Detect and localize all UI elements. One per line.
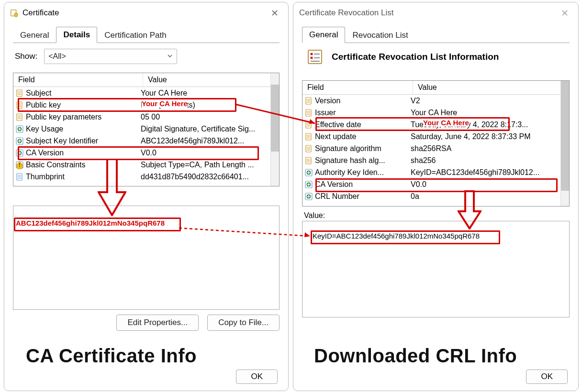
certificate-dialog: Certificate General Details Certificatio… <box>4 2 289 391</box>
tab-general-left[interactable]: General <box>13 27 56 43</box>
row-field: Signature algorithm <box>315 144 411 153</box>
row-icon <box>302 156 315 165</box>
tab-general-right[interactable]: General <box>302 27 345 43</box>
caption-left: CA Certificate Info <box>26 345 197 367</box>
list-row[interactable]: Effective dateTuesday, January 4, 2022 8… <box>302 119 569 131</box>
detail-value-box-right: KeyID=ABC123def456ghi789Jkl012mNo345pqR6… <box>302 221 570 317</box>
tabs-left: General Details Certification Path <box>13 26 280 43</box>
list-row[interactable]: Signature hash alg...sha256 <box>302 154 569 166</box>
list-row[interactable]: Subject Key IdentifierABC123def456ghi789… <box>13 135 279 147</box>
list-row[interactable]: Basic ConstraintsSubject Type=CA, Path L… <box>13 159 279 171</box>
row-value: Subject Type=CA, Path Length ... <box>141 161 254 169</box>
certificate-icon <box>10 9 19 17</box>
list-row[interactable]: Authority Key Iden...KeyID=ABC123def456g… <box>302 166 569 178</box>
value-label: Value: <box>304 211 570 220</box>
show-label: Show: <box>15 52 37 61</box>
row-value: Tuesday, January 4, 2022 8:17:3... <box>411 120 528 129</box>
edit-properties-button[interactable]: Edit Properties... <box>116 315 199 331</box>
crl-dialog: Certificate Revocation List General Revo… <box>293 2 579 391</box>
row-value: KeyID=ABC123def456ghi789Jkl012... <box>411 168 539 177</box>
window-title-text-right: Certificate Revocation List <box>299 8 393 18</box>
tab-revlist-right[interactable]: Revocation List <box>345 27 415 43</box>
svg-point-1 <box>14 13 18 16</box>
detail-value-box-left: ABC123def456ghi789Jkl012mNo345pqR678 <box>13 206 280 310</box>
scrollbar-right[interactable] <box>560 81 569 206</box>
svg-rect-21 <box>19 163 20 165</box>
row-field: Subject Key Identifier <box>26 137 141 145</box>
caption-right: Downloaded CRL Info <box>314 345 517 367</box>
list-row[interactable]: Thumbprintdd431d87b5490d2832c66401... <box>13 171 279 183</box>
row-icon <box>302 97 315 105</box>
row-field: Signature hash alg... <box>315 156 411 165</box>
row-value: Your CA Here <box>411 109 457 117</box>
list-row[interactable]: Public keyRSA (2048 Bits) <box>13 99 279 111</box>
row-icon <box>302 132 315 141</box>
tab-certpath-left[interactable]: Certification Path <box>97 27 173 43</box>
copy-to-file-button[interactable]: Copy to File... <box>207 315 280 331</box>
col-field-right[interactable]: Field <box>302 81 413 94</box>
row-value: Saturday, June 4, 2022 8:37:33 PM <box>411 132 531 141</box>
close-button-right[interactable] <box>556 6 573 20</box>
row-value: 0a <box>411 192 419 201</box>
row-icon <box>13 149 26 157</box>
list-row[interactable]: SubjectYour CA Here <box>13 87 279 99</box>
row-icon <box>302 192 315 201</box>
col-value-right[interactable]: Value <box>413 81 569 94</box>
crl-field-list[interactable]: Field Value VersionV2IssuerYour CA HereE… <box>302 80 570 207</box>
row-value: RSA (2048 Bits) <box>141 101 195 109</box>
ok-button-right[interactable]: OK <box>526 370 568 384</box>
scrollbar-left[interactable] <box>270 73 279 186</box>
list-row[interactable]: Key UsageDigital Signature, Certificate … <box>13 123 279 135</box>
col-value-left[interactable]: Value <box>143 73 279 87</box>
row-field: Authority Key Iden... <box>315 168 411 177</box>
ok-button-left[interactable]: OK <box>236 370 278 384</box>
row-value: V2 <box>411 97 420 105</box>
row-icon <box>13 113 26 121</box>
row-icon <box>13 137 26 145</box>
list-row[interactable]: IssuerYour CA Here <box>302 107 569 119</box>
row-icon <box>302 109 315 117</box>
row-field: Basic Constraints <box>26 161 141 169</box>
list-row[interactable]: VersionV2 <box>302 95 569 107</box>
tabs-right: General Revocation List <box>302 26 570 43</box>
row-icon <box>13 89 26 98</box>
row-icon <box>13 161 26 169</box>
list-row[interactable]: CA VersionV0.0 <box>13 147 279 159</box>
close-button-left[interactable] <box>266 6 283 20</box>
row-value: ABC123def456ghi789Jkl012... <box>141 137 244 145</box>
crl-icon <box>307 49 323 65</box>
row-field: Effective date <box>315 120 411 129</box>
row-field: CRL Number <box>315 192 411 201</box>
row-field: Next update <box>315 132 411 141</box>
window-title-right: Certificate Revocation List <box>299 8 393 18</box>
row-icon <box>13 125 26 133</box>
row-icon <box>302 168 315 177</box>
row-icon <box>13 173 26 181</box>
list-row[interactable]: CA VersionV0.0 <box>302 178 569 190</box>
svg-rect-22 <box>19 166 20 167</box>
row-icon <box>302 180 315 189</box>
row-field: Thumbprint <box>26 173 141 181</box>
list-row[interactable]: Signature algorithmsha256RSA <box>302 142 569 154</box>
row-field: CA Version <box>315 180 411 189</box>
row-value: dd431d87b5490d2832c66401... <box>141 173 249 181</box>
row-value: sha256RSA <box>411 144 451 153</box>
row-value: 05 00 <box>141 113 160 121</box>
show-combo[interactable]: <All> <box>44 49 177 64</box>
tab-details-left[interactable]: Details <box>56 27 97 43</box>
row-icon <box>302 144 315 153</box>
row-field: Issuer <box>315 109 411 117</box>
list-row[interactable]: Next updateSaturday, June 4, 2022 8:37:3… <box>302 131 569 142</box>
window-title-text: Certificate <box>22 8 59 18</box>
row-value: V0.0 <box>411 180 426 189</box>
row-field: Key Usage <box>26 125 141 133</box>
cert-field-list[interactable]: Field Value SubjectYour CA HerePublic ke… <box>13 73 280 186</box>
row-field: Subject <box>26 89 141 98</box>
col-field-left[interactable]: Field <box>13 73 143 87</box>
show-combo-value: <All> <box>48 52 66 61</box>
list-row[interactable]: CRL Number0a <box>302 190 569 202</box>
chevron-down-icon <box>167 52 173 61</box>
row-icon <box>13 101 26 109</box>
list-row[interactable]: Public key parameters05 00 <box>13 111 279 123</box>
row-value: Digital Signature, Certificate Sig... <box>141 125 255 133</box>
